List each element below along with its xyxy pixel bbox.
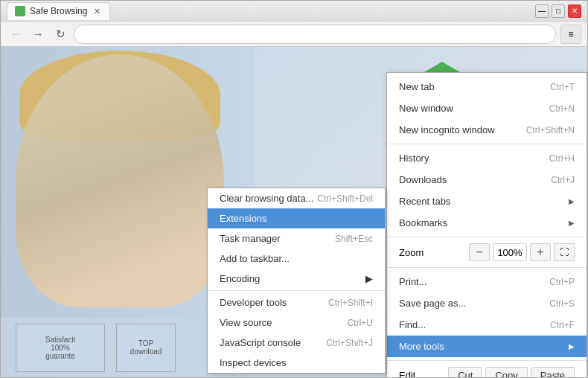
browser-tab[interactable]: Safe Browsing ✕ bbox=[7, 2, 110, 20]
thumbnail-1-line1: Satisfacti bbox=[45, 336, 76, 344]
chrome-menu-downloads-shortcut: Ctrl+J bbox=[551, 175, 575, 185]
chrome-menu-save-shortcut: Ctrl+S bbox=[549, 298, 575, 309]
page-content: ⏱ Safe Br ✔ Enhance ✔ Makes su bbox=[1, 47, 587, 377]
safe-browsing-page: ⏱ Safe Br ✔ Enhance ✔ Makes su bbox=[1, 47, 587, 377]
thumbnail-1: Satisfacti 100% guarante bbox=[16, 324, 105, 372]
chrome-menu-print[interactable]: Print... Ctrl+P bbox=[387, 271, 587, 292]
page-title: Safe Br bbox=[479, 75, 557, 100]
feature-item-2: ✔ Makes su bbox=[416, 145, 557, 163]
zoom-value: 100% bbox=[493, 243, 527, 261]
thumbnail-2: TOP download bbox=[116, 324, 176, 372]
minimize-button[interactable]: — bbox=[535, 4, 549, 18]
browser-window: Safe Browsing ✕ — □ ✕ ← → ↻ ≡ bbox=[0, 0, 588, 378]
title-bar: Safe Browsing ✕ — □ ✕ bbox=[1, 1, 587, 22]
product-text: product bbox=[481, 359, 513, 370]
refresh-button[interactable]: ↻ bbox=[51, 25, 69, 43]
zoom-in-button[interactable]: + bbox=[530, 243, 551, 261]
chrome-menu-print-label: Print... bbox=[399, 276, 427, 287]
zoom-controls: − 100% + ⛶ bbox=[469, 243, 575, 261]
chrome-menu-button[interactable]: ≡ bbox=[560, 25, 581, 44]
features-list: ✔ Enhance ✔ Makes su bbox=[416, 121, 557, 163]
chrome-menu-bookmarks-label: Bookmarks bbox=[399, 217, 447, 228]
chrome-menu-recent-tabs-arrow: ▶ bbox=[569, 197, 575, 205]
feature-text-1: Enhance bbox=[435, 124, 476, 136]
tab-favicon bbox=[15, 6, 25, 16]
thumbnail-1-line2: 100% bbox=[51, 344, 70, 352]
window-controls: — □ ✕ bbox=[535, 4, 581, 18]
address-bar[interactable] bbox=[74, 25, 556, 44]
tab-close-button[interactable]: ✕ bbox=[92, 6, 102, 16]
submenu-task-manager-shortcut: Shift+Esc bbox=[335, 234, 373, 244]
chrome-menu-bookmarks-arrow: ▶ bbox=[569, 219, 575, 227]
close-button[interactable]: ✕ bbox=[568, 4, 581, 18]
zoom-label: Zoom bbox=[399, 247, 424, 258]
zoom-fullscreen-button[interactable]: ⛶ bbox=[554, 243, 575, 261]
thumbnail-1-line3: guarante bbox=[45, 352, 74, 360]
maximize-button[interactable]: □ bbox=[552, 4, 565, 18]
page-header: ⏱ Safe Br ✔ Enhance ✔ Makes su bbox=[416, 62, 557, 169]
chrome-menu-recent-tabs-label: Recent tabs bbox=[399, 196, 450, 207]
person-silhouette bbox=[16, 54, 224, 307]
submenu-encoding-arrow: ▶ bbox=[365, 273, 373, 284]
chrome-menu-recent-tabs[interactable]: Recent tabs ▶ bbox=[387, 190, 587, 212]
top-button[interactable]: ▲ top bbox=[537, 352, 581, 371]
chrome-menu-print-shortcut: Ctrl+P bbox=[549, 277, 575, 287]
nav-bar: ← → ↻ ≡ bbox=[1, 22, 587, 47]
chrome-menu-zoom-row: Zoom − 100% + ⛶ bbox=[387, 240, 587, 264]
submenu-clear-browsing-shortcut: Ctrl+Shift+Del bbox=[317, 193, 373, 204]
zoom-out-button[interactable]: − bbox=[469, 243, 490, 261]
chrome-menu-save[interactable]: Save page as... Ctrl+S bbox=[387, 292, 587, 314]
chrome-menu-bookmarks[interactable]: Bookmarks ▶ bbox=[387, 212, 587, 234]
forward-button[interactable]: → bbox=[29, 25, 47, 43]
tab-title: Safe Browsing bbox=[30, 6, 87, 16]
logo-symbol: ⏱ bbox=[431, 75, 453, 100]
back-button[interactable]: ← bbox=[7, 25, 25, 43]
thumbnail-2-line2: download bbox=[130, 347, 162, 356]
chrome-menu-sep-3 bbox=[387, 267, 587, 268]
logo-icon: ⏱ bbox=[416, 62, 468, 114]
title-bar-left: Safe Browsing ✕ bbox=[7, 2, 535, 20]
thumbnail-2-line1: TOP bbox=[138, 339, 153, 347]
chrome-menu-downloads[interactable]: Downloads Ctrl+J bbox=[387, 169, 587, 190]
chrome-menu-sep-2 bbox=[387, 237, 587, 237]
submenu-developer-tools-shortcut: Ctrl+Shift+I bbox=[328, 298, 373, 308]
chrome-menu-save-label: Save page as... bbox=[399, 298, 466, 309]
checkmark-1: ✔ bbox=[416, 121, 429, 139]
chrome-menu-downloads-label: Downloads bbox=[399, 174, 447, 185]
checkmark-2: ✔ bbox=[416, 145, 429, 163]
feature-item-1: ✔ Enhance bbox=[416, 121, 557, 139]
feature-text-2: Makes su bbox=[435, 148, 479, 160]
bottom-bar: Satisfacti 100% guarante TOP download pr… bbox=[1, 318, 587, 377]
